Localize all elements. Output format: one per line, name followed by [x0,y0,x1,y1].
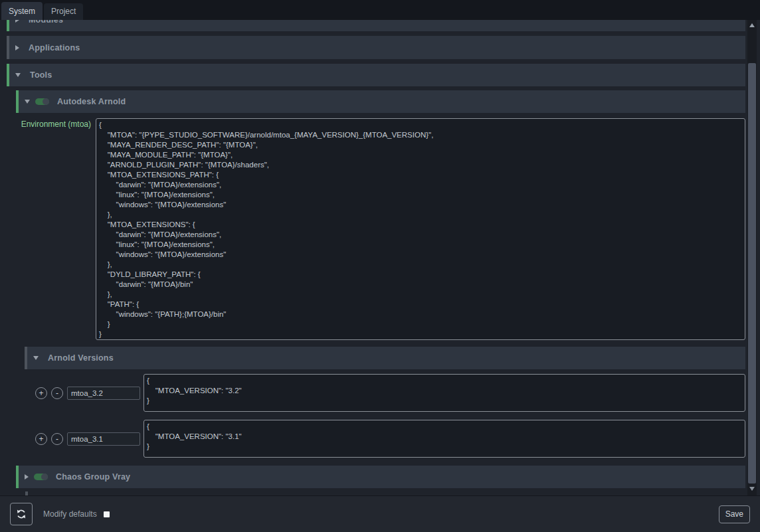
scroll-up-button[interactable] [747,20,757,31]
environment-mtoa-editor[interactable]: { "MTOA": "{PYPE_STUDIO_SOFTWARE}/arnold… [96,118,745,340]
toggle-knob [41,474,48,480]
version-row: + - { "MTOA_VERSION": "3.2" } [35,374,745,412]
save-button[interactable]: Save [719,505,750,523]
version-value-code: { "MTOA_VERSION": "3.2" } [144,375,745,406]
chevron-down-icon [33,356,39,360]
tab-bar: System Project [0,0,760,20]
vertical-scrollbar[interactable] [747,20,757,495]
section-header-applications[interactable]: Applications [7,36,745,59]
chevron-right-icon [15,45,19,50]
version-row: + - { "MTOA_VERSION": "3.1" } [35,420,745,458]
vray-enabled-toggle[interactable] [34,474,48,480]
scroll-down-button[interactable] [747,484,757,494]
add-version-button[interactable]: + [35,387,47,399]
section-title: Arnold Versions [48,353,114,363]
section-header-tools[interactable]: Tools [7,64,745,86]
settings-scroll-area: Modules Applications Tools [0,20,760,495]
section-title: Autodesk Arnold [57,97,126,106]
section-title: Chaos Group Vray [56,472,130,482]
chevron-right-icon [15,20,19,23]
add-version-button[interactable]: + [35,433,47,445]
scrollbar-thumb[interactable] [748,63,756,484]
chevron-right-icon [25,474,29,480]
arnold-enabled-toggle[interactable] [35,98,49,105]
section-header-modules[interactable]: Modules [7,20,745,31]
section-header-autodesk-arnold[interactable]: Autodesk Arnold [16,90,745,113]
subsection-autodesk-arnold: Autodesk Arnold Environment (mtoa) { "MT… [16,90,745,458]
refresh-button[interactable] [10,503,33,525]
chevron-down-icon [15,73,21,77]
arrow-up-icon [749,23,755,27]
environment-mtoa-code: { "MTOA": "{PYPE_STUDIO_SOFTWARE}/arnold… [96,119,745,339]
section-title: Tools [30,70,52,80]
refresh-icon [15,508,27,520]
section-header-chaos-group-vray[interactable]: Chaos Group Vray [16,466,745,488]
tab-system[interactable]: System [1,2,43,20]
version-value-editor[interactable]: { "MTOA_VERSION": "3.2" } [143,374,745,412]
environment-mtoa-label: Environment (mtoa) [16,118,96,340]
version-value-editor[interactable]: { "MTOA_VERSION": "3.1" } [143,420,745,458]
section-header-arnold-versions[interactable]: Arnold Versions [25,347,745,369]
chevron-down-icon [25,100,30,104]
modify-defaults-checkbox[interactable] [104,511,110,517]
version-key-input[interactable] [67,387,140,400]
version-key-input[interactable] [67,432,140,446]
section-title: Modules [29,20,63,25]
modify-defaults-label: Modify defaults [43,509,97,519]
arrow-down-icon [749,487,755,491]
footer-bar: Modify defaults Save [0,495,760,532]
section-modules-clipped: Modules [7,20,745,31]
section-tools: Tools Autodesk Arnold [7,64,745,495]
remove-version-button[interactable]: - [51,433,63,445]
settings-window: System Project Modules Applications [0,0,760,532]
version-value-code: { "MTOA_VERSION": "3.1" } [144,420,745,452]
remove-version-button[interactable]: - [51,387,63,399]
tab-project[interactable]: Project [44,3,83,20]
toggle-knob [43,98,49,105]
section-title: Applications [29,43,80,52]
